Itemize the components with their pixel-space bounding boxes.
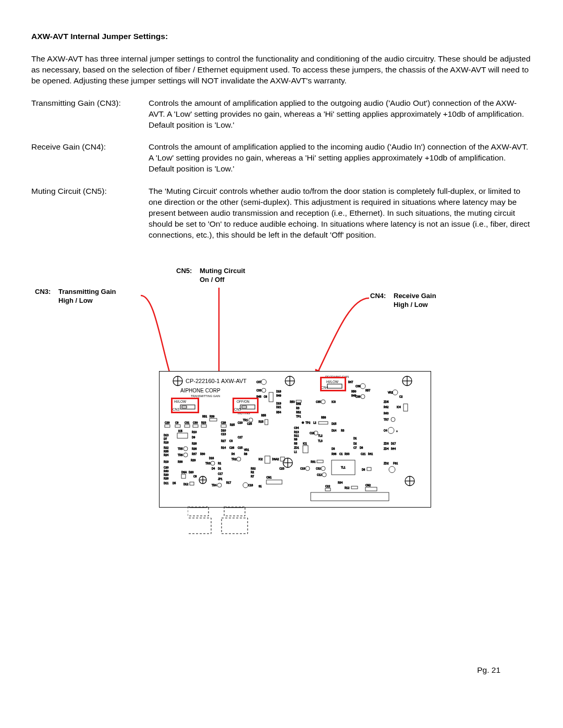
svg-text:TR5: TR5 xyxy=(178,447,183,450)
svg-text:R40: R40 xyxy=(164,470,168,473)
svg-point-116 xyxy=(243,483,248,488)
jumper-cn4: Receive Gain (CN4): Controls the amount … xyxy=(31,142,532,175)
svg-text:R47: R47 xyxy=(348,380,353,384)
svg-text:C19: C19 xyxy=(300,467,305,470)
svg-rect-35 xyxy=(175,425,180,427)
svg-text:C31: C31 xyxy=(185,421,189,424)
svg-text:R3: R3 xyxy=(341,429,345,432)
svg-point-161 xyxy=(305,466,310,471)
svg-text:R28: R28 xyxy=(164,477,168,480)
svg-text:R8: R8 xyxy=(294,438,298,441)
svg-text:R29: R29 xyxy=(191,459,195,462)
svg-point-192 xyxy=(361,394,365,399)
svg-point-55 xyxy=(183,447,188,451)
svg-rect-228 xyxy=(222,518,248,534)
jumper-label: Receive Gain (CN4): xyxy=(31,142,149,175)
svg-rect-39 xyxy=(193,425,198,427)
svg-text:C15: C15 xyxy=(238,446,242,449)
svg-text:C18: C18 xyxy=(248,484,253,487)
svg-text:R20: R20 xyxy=(164,473,168,476)
svg-text:C25: C25 xyxy=(247,422,252,425)
svg-text:R34: R34 xyxy=(338,481,342,484)
svg-text:L2: L2 xyxy=(313,421,316,424)
svg-text:C23: C23 xyxy=(279,467,284,470)
svg-text:R38: R38 xyxy=(178,460,182,463)
svg-rect-227 xyxy=(224,507,245,516)
svg-text:TL1: TL1 xyxy=(341,466,346,469)
svg-text:D1: D1 xyxy=(353,437,357,440)
svg-rect-223 xyxy=(365,487,377,491)
svg-text:R2: R2 xyxy=(251,471,254,474)
svg-text:C38: C38 xyxy=(356,395,360,398)
svg-text:R22: R22 xyxy=(164,446,168,449)
svg-text:D8: D8 xyxy=(360,446,363,449)
svg-point-206 xyxy=(391,417,395,422)
svg-text:D3: D3 xyxy=(332,447,335,450)
svg-point-189 xyxy=(360,384,365,389)
jumper-desc: The 'Muting Circuit' controls whether au… xyxy=(149,186,532,241)
svg-text:C37: C37 xyxy=(256,380,261,384)
svg-text:C17: C17 xyxy=(218,472,223,475)
pcb-board: CP-222160-1 AXW-AVT AIPHONE CORP HI/LOW … xyxy=(159,371,431,508)
svg-text:C7: C7 xyxy=(353,446,357,449)
svg-text:R32: R32 xyxy=(251,467,255,470)
svg-text:R55: R55 xyxy=(261,414,266,417)
svg-text:ZD3: ZD3 xyxy=(384,442,389,445)
svg-rect-167 xyxy=(319,422,328,424)
svg-text:R36: R36 xyxy=(332,452,336,455)
svg-text:TP2: TP2 xyxy=(305,421,310,424)
svg-text:C29: C29 xyxy=(165,421,169,424)
svg-text:R26: R26 xyxy=(192,447,197,450)
svg-rect-150 xyxy=(303,446,308,453)
svg-text:R10: R10 xyxy=(192,430,197,434)
svg-text:S1: S1 xyxy=(259,485,262,488)
svg-text:C32: C32 xyxy=(316,467,321,470)
svg-text:D14: D14 xyxy=(332,429,336,432)
svg-text:R15: R15 xyxy=(259,420,263,423)
svg-text:IC5: IC5 xyxy=(178,429,182,433)
svg-text:IC4: IC4 xyxy=(397,405,401,409)
svg-rect-90 xyxy=(221,425,226,427)
callout-line1: Muting Circuit xyxy=(200,267,245,275)
svg-text:C34: C34 xyxy=(294,426,299,429)
svg-text:TL2: TL2 xyxy=(318,434,323,437)
svg-text:R6: R6 xyxy=(244,452,248,455)
svg-text:TR1: TR1 xyxy=(243,418,248,422)
svg-rect-226 xyxy=(188,518,211,534)
svg-text:FS1: FS1 xyxy=(393,462,398,465)
svg-point-57 xyxy=(183,453,188,457)
svg-text:TR3: TR3 xyxy=(205,462,211,465)
jumper-desc: Controls the amount of amplification app… xyxy=(149,98,532,131)
svg-point-126 xyxy=(261,379,266,385)
svg-rect-120 xyxy=(280,457,285,461)
svg-rect-76 xyxy=(181,474,186,478)
svg-point-103 xyxy=(249,418,253,422)
svg-text:R13: R13 xyxy=(294,430,299,434)
svg-text:TP1: TP1 xyxy=(296,415,301,418)
svg-text:R53: R53 xyxy=(290,400,295,403)
jumper-cn5: Muting Circuit (CN5): The 'Muting Circui… xyxy=(31,186,532,241)
svg-text:DSA2: DSA2 xyxy=(272,458,279,461)
svg-text:C3: C3 xyxy=(229,439,233,442)
svg-text:C2: C2 xyxy=(399,395,403,398)
callout-cn3: CN3:Transmitting Gain High / Low xyxy=(35,288,116,305)
svg-text:R54: R54 xyxy=(276,411,281,414)
pcb-diagram: CN3:Transmitting Gain High / Low CN5:Mut… xyxy=(31,277,532,569)
board-model: CP-222160-1 AXW-AVT xyxy=(186,378,247,384)
svg-text:D1: D1 xyxy=(218,467,222,470)
svg-text:L1: L1 xyxy=(294,450,297,453)
svg-text:D17: D17 xyxy=(391,442,396,445)
svg-text:R39: R39 xyxy=(210,415,214,418)
callout-line2: High / Low xyxy=(58,297,93,304)
svg-point-128 xyxy=(262,388,266,392)
svg-point-194 xyxy=(321,400,325,404)
pcb-silkscreen: CP-222160-1 AXW-AVT AIPHONE CORP HI/LOW … xyxy=(160,372,431,507)
svg-text:TR6: TR6 xyxy=(178,453,183,456)
svg-text:C10: C10 xyxy=(238,421,242,424)
svg-text:D11: D11 xyxy=(164,482,168,485)
jumper-desc: Controls the amount of amplification app… xyxy=(149,142,532,175)
svg-text:R31: R31 xyxy=(311,460,315,463)
callout-cn5: CN5:Muting Circuit On / Off xyxy=(176,267,245,285)
svg-text:R37: R37 xyxy=(192,452,197,455)
callout-line2: On / Off xyxy=(200,276,225,283)
